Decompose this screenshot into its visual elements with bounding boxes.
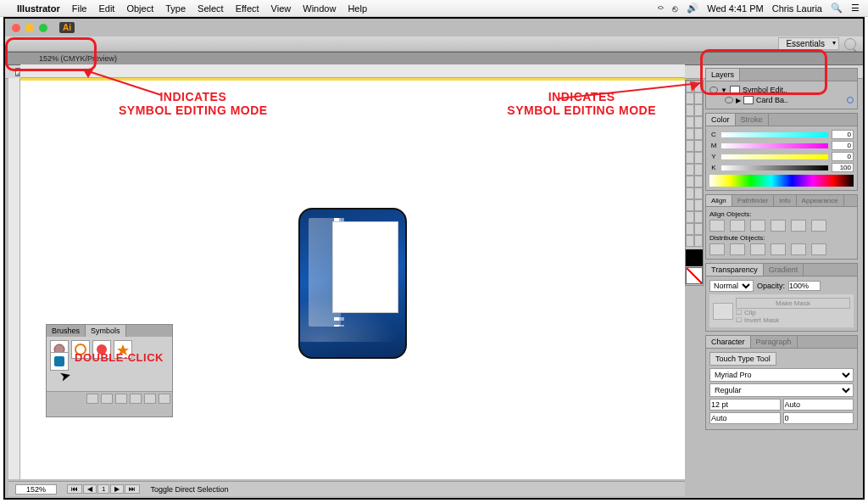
artboard-number[interactable]: 1 (97, 484, 109, 494)
tool-direct-selection[interactable] (694, 81, 703, 92)
slider-c[interactable] (721, 132, 828, 137)
value-y[interactable]: 0 (832, 152, 854, 161)
bluetooth-icon[interactable]: ⌔ (658, 3, 664, 14)
invert-checkbox[interactable]: ☐ (736, 316, 742, 324)
tool-shape-builder[interactable] (686, 176, 694, 187)
artboard-nav[interactable]: ⏮ ◀ 1 ▶ ⏭ (67, 484, 140, 494)
tab-brushes[interactable]: Brushes (47, 325, 86, 337)
artwork-card[interactable] (298, 208, 407, 359)
align-hcenter-button[interactable] (730, 220, 745, 232)
font-style-select[interactable]: Regular (709, 383, 854, 397)
tab-paragraph[interactable]: Paragraph (751, 336, 798, 348)
stroke-swatch[interactable] (686, 267, 703, 284)
value-k[interactable]: 100 (832, 163, 854, 172)
menu-edit[interactable]: Edit (98, 3, 114, 14)
slider-y[interactable] (721, 154, 828, 159)
tab-symbols[interactable]: Symbols (86, 325, 126, 337)
tool-pencil[interactable] (694, 128, 703, 140)
layers-panel[interactable]: Layers ▼ Symbol Edit.. ▶ Card Ba.. (705, 68, 858, 109)
clip-checkbox[interactable]: ☐ (736, 309, 742, 316)
fill-swatch[interactable] (686, 249, 703, 266)
slider-m[interactable] (721, 143, 828, 148)
last-artboard-button[interactable]: ⏭ (125, 484, 140, 494)
tool-hand[interactable] (686, 235, 694, 247)
tab-align[interactable]: Align (706, 195, 732, 206)
prev-artboard-button[interactable]: ◀ (83, 484, 97, 494)
ruler-vertical[interactable] (8, 78, 20, 479)
tool-type[interactable] (694, 104, 703, 116)
color-spectrum[interactable] (709, 175, 854, 187)
tool-blend[interactable] (694, 199, 703, 211)
tool-artboard[interactable] (686, 223, 694, 235)
tab-appearance[interactable]: Appearance (797, 195, 844, 206)
tools-panel[interactable] (685, 80, 704, 286)
character-panel[interactable]: Character Paragraph Touch Type Tool Myri… (705, 335, 858, 430)
volume-icon[interactable]: 🔊 (687, 3, 698, 14)
tool-lasso[interactable] (694, 92, 703, 104)
wifi-icon[interactable]: ⎋ (672, 3, 678, 14)
align-left-button[interactable] (709, 220, 725, 232)
tool-slice[interactable] (694, 223, 703, 235)
align-right-button[interactable] (750, 220, 765, 232)
minimize-window-button[interactable] (25, 24, 34, 32)
tool-paintbrush[interactable] (686, 128, 694, 140)
color-panel[interactable]: Color Stroke C0 M0 Y0 K100 (705, 113, 858, 191)
menu-select[interactable]: Select (198, 3, 224, 14)
align-bottom-button[interactable] (811, 220, 826, 232)
tool-blob[interactable] (686, 140, 694, 152)
document-tab[interactable]: 152% (CMYK/Preview) (5, 52, 863, 65)
tool-scale[interactable] (694, 152, 703, 164)
tab-character[interactable]: Character (706, 336, 751, 348)
tool-gradient[interactable] (694, 187, 703, 199)
tab-pathfinder[interactable]: Pathfinder (732, 195, 774, 206)
dist-right-button[interactable] (811, 243, 826, 255)
dist-bottom-button[interactable] (750, 243, 765, 255)
tab-transparency[interactable]: Transparency (706, 264, 764, 276)
new-symbol-button[interactable] (144, 394, 156, 404)
layer-name[interactable]: Card Ba.. (756, 96, 788, 104)
tool-width[interactable] (686, 164, 694, 176)
touch-type-button[interactable]: Touch Type Tool (709, 352, 776, 366)
tool-line[interactable] (686, 116, 694, 128)
tab-gradient[interactable]: Gradient (764, 264, 804, 276)
tool-graph[interactable] (694, 211, 703, 223)
slider-k[interactable] (721, 165, 828, 170)
break-link-button[interactable] (115, 394, 127, 404)
tab-color[interactable]: Color (706, 114, 736, 126)
symbol-libraries-button[interactable] (86, 394, 98, 404)
layer-row[interactable]: ▶ Card Ba.. (709, 95, 854, 105)
menu-help[interactable]: Help (348, 3, 367, 14)
search-icon[interactable] (844, 38, 856, 50)
make-mask-button[interactable]: Make Mask (736, 298, 850, 309)
symbol-options-button[interactable] (130, 394, 142, 404)
menu-object[interactable]: Object (126, 3, 153, 14)
menu-file[interactable]: File (72, 3, 87, 14)
clock[interactable]: Wed 4:41 PM (707, 3, 763, 14)
tool-symbol-sprayer[interactable] (686, 211, 694, 223)
delete-symbol-button[interactable] (159, 394, 170, 404)
dist-hcenter-button[interactable] (791, 243, 806, 255)
visibility-icon[interactable] (725, 97, 733, 103)
tool-free-transform[interactable] (694, 164, 703, 176)
align-panel[interactable]: Align Pathfinder Info Appearance Align O… (705, 194, 858, 260)
dist-left-button[interactable] (771, 243, 786, 255)
tracking-input[interactable] (783, 412, 854, 424)
menu-type[interactable]: Type (165, 3, 186, 14)
font-size-input[interactable] (709, 399, 781, 411)
disclosure-icon[interactable]: ▶ (736, 97, 741, 104)
tool-magic-wand[interactable] (686, 92, 694, 104)
zoom-level[interactable]: 152% (15, 484, 57, 495)
workspace-switcher[interactable]: Essentials (778, 37, 839, 50)
spotlight-icon[interactable]: 🔍 (831, 3, 843, 14)
close-window-button[interactable] (12, 24, 20, 32)
align-vcenter-button[interactable] (791, 220, 806, 232)
mask-thumb[interactable] (713, 303, 733, 320)
font-family-select[interactable]: Myriad Pro (709, 368, 854, 382)
tool-rectangle[interactable] (694, 116, 703, 128)
menu-window[interactable]: Window (303, 3, 336, 14)
tab-info[interactable]: Info (774, 195, 796, 206)
layer-row[interactable]: ▼ Symbol Edit.. (709, 85, 854, 95)
opacity-input[interactable] (788, 281, 821, 291)
app-name[interactable]: Illustrator (17, 3, 60, 14)
next-artboard-button[interactable]: ▶ (110, 484, 124, 494)
